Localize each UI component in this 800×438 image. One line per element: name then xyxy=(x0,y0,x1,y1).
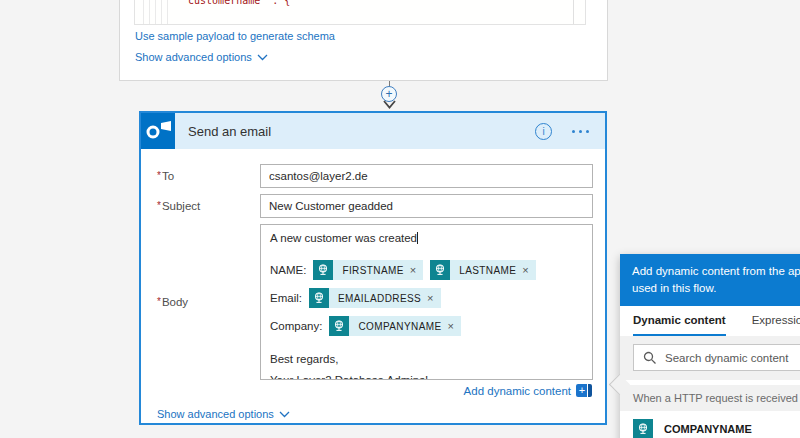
remove-token-icon[interactable]: × xyxy=(408,264,423,276)
search-input[interactable] xyxy=(665,352,800,364)
schema-code-editor[interactable]: "type" : "string" }, "customername" : { xyxy=(134,0,586,25)
subject-input[interactable] xyxy=(260,194,593,218)
show-advanced-options-link[interactable]: Show advanced options xyxy=(157,408,290,420)
card-title: Send an email xyxy=(188,124,271,139)
outlook-icon xyxy=(141,113,175,149)
card-header[interactable]: Send an email i xyxy=(141,113,605,149)
dynamic-token-firstname[interactable]: FIRSTNAME × xyxy=(313,260,423,280)
body-token-row: NAME: FIRSTNAME × LASTNAME × xyxy=(270,260,583,280)
search-box[interactable] xyxy=(633,344,800,371)
required-mark: * xyxy=(157,200,161,211)
token-label: FIRSTNAME xyxy=(333,265,407,276)
text-cursor xyxy=(417,232,418,244)
chevron-down-icon xyxy=(279,411,290,418)
token-label: LASTNAME xyxy=(450,265,520,276)
search-icon xyxy=(643,351,657,365)
use-sample-payload-link[interactable]: Use sample payload to generate schema xyxy=(135,30,335,42)
to-label: *To xyxy=(157,170,260,182)
send-email-card: Send an email i *To *Subject *Body A new… xyxy=(139,111,607,425)
add-dynamic-content-button[interactable]: Add dynamic content xyxy=(464,385,571,397)
ellipsis-menu-button[interactable] xyxy=(572,126,589,137)
chevron-down-icon xyxy=(257,54,268,61)
panel-header: Add dynamic content from the apps a used… xyxy=(620,254,800,306)
body-text-line: A new customer was created xyxy=(270,231,583,245)
code-indent-guides xyxy=(143,0,169,24)
body-text-line: Your Layer2 Database Admins! xyxy=(270,373,583,380)
panel-header-text: Add dynamic content from the apps a xyxy=(632,263,800,280)
arrow-down-icon xyxy=(382,100,397,110)
body-token-row: Email: EMAILADDRESS × xyxy=(270,288,583,308)
subject-field-row: *Subject xyxy=(157,194,593,218)
dynamic-token-lastname[interactable]: LASTNAME × xyxy=(430,260,536,280)
add-dynamic-content-icon[interactable]: + xyxy=(576,384,592,397)
http-request-icon xyxy=(309,288,329,308)
tab-dynamic-content[interactable]: Dynamic content xyxy=(633,306,726,336)
http-request-icon xyxy=(633,419,653,438)
token-label: COMPANYNAME xyxy=(349,321,445,332)
required-mark: * xyxy=(157,170,161,181)
body-text-line: Email: xyxy=(270,292,302,304)
to-input[interactable] xyxy=(260,164,593,188)
trigger-group-header: When a HTTP request is received xyxy=(620,385,800,411)
panel-header-text: used in this flow. xyxy=(632,280,800,297)
body-text-line: Company: xyxy=(270,320,322,332)
dynamic-content-item-companyname[interactable]: COMPANYNAME xyxy=(620,411,800,438)
body-label: *Body xyxy=(157,296,260,308)
to-field-row: *To xyxy=(157,164,593,188)
item-label: COMPANYNAME xyxy=(664,423,752,435)
show-advanced-options-link[interactable]: Show advanced options xyxy=(135,51,268,63)
code-lines: "type" : "string" }, "customername" : { xyxy=(177,0,295,25)
search-section xyxy=(620,336,800,380)
http-request-icon xyxy=(329,316,349,336)
show-advanced-options-label: Show advanced options xyxy=(135,51,252,63)
http-trigger-card: "type" : "string" }, "customername" : { … xyxy=(119,0,608,81)
dynamic-content-panel: Add dynamic content from the apps a used… xyxy=(620,254,800,438)
remove-token-icon[interactable]: × xyxy=(446,320,461,332)
tab-expression[interactable]: Expression xyxy=(752,306,800,336)
remove-token-icon[interactable]: × xyxy=(520,264,535,276)
http-request-icon xyxy=(313,260,333,280)
body-token-row: Company: COMPANYNAME × xyxy=(270,316,583,336)
dynamic-token-emailaddress[interactable]: EMAILADDRESS × xyxy=(309,288,441,308)
body-text-line: NAME: xyxy=(270,264,306,276)
subject-label: *Subject xyxy=(157,200,260,212)
editor-scrollbar[interactable] xyxy=(573,0,574,24)
body-text-line: Best regards, xyxy=(270,352,583,366)
body-field-row: *Body A new customer was created NAME: F… xyxy=(157,224,593,380)
code-line: "customername" : { xyxy=(177,0,295,7)
token-label: EMAILADDRESS xyxy=(329,293,425,304)
body-editor[interactable]: A new customer was created NAME: FIRSTNA… xyxy=(260,224,593,380)
http-request-icon xyxy=(430,260,450,280)
required-mark: * xyxy=(157,296,161,307)
info-icon[interactable]: i xyxy=(535,123,552,140)
show-advanced-options-label: Show advanced options xyxy=(157,408,274,420)
panel-tabs: Dynamic content Expression xyxy=(620,306,800,336)
remove-token-icon[interactable]: × xyxy=(425,292,440,304)
dynamic-token-companyname[interactable]: COMPANYNAME × xyxy=(329,316,461,336)
